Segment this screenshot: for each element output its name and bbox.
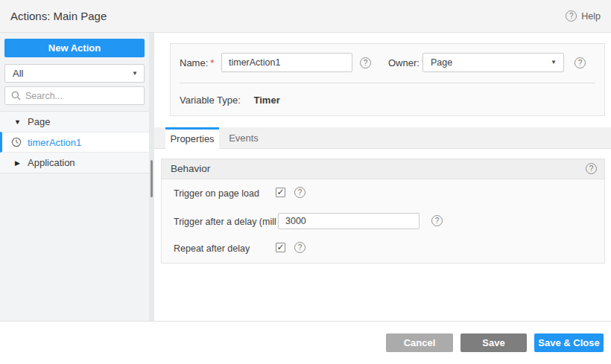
chevron-down-icon: ▼ xyxy=(551,54,557,71)
dialog-header: Actions: Main Page ? Help xyxy=(0,0,611,33)
sidebar-scrollbar[interactable] xyxy=(151,160,153,197)
save-and-close-button[interactable]: Save & Close xyxy=(534,333,604,352)
tree-item-application[interactable]: ▶ Application xyxy=(0,153,149,173)
dialog-footer: Cancel Save Save & Close xyxy=(0,322,611,364)
variable-type-value: Timer xyxy=(254,95,280,106)
search-box[interactable] xyxy=(4,86,145,105)
search-icon xyxy=(11,91,21,100)
trigger-on-load-row: Trigger on page load ✓ ? xyxy=(162,188,604,199)
tab-events[interactable]: Events xyxy=(219,127,268,149)
help-icon[interactable]: ? xyxy=(566,10,577,22)
owner-help-icon[interactable]: ? xyxy=(574,57,586,68)
tab-properties[interactable]: Properties xyxy=(165,127,219,149)
name-help-icon[interactable]: ? xyxy=(360,57,371,68)
trigger-delay-row: Trigger after a delay (millisec... ? xyxy=(162,213,604,230)
search-input[interactable] xyxy=(25,91,138,101)
chevron-down-icon: ▼ xyxy=(132,65,138,82)
owner-select[interactable]: Page ▼ xyxy=(422,53,564,72)
caret-right-icon[interactable]: ▶ xyxy=(13,159,22,167)
behavior-help-icon[interactable]: ? xyxy=(586,163,597,174)
tree-item-timer-action[interactable]: timerAction1 xyxy=(0,132,149,153)
caret-down-icon[interactable]: ▼ xyxy=(13,118,22,126)
actions-sidebar: New Action All ▼ ▼ Page t xyxy=(0,33,149,321)
variable-type-row: Variable Type: Timer xyxy=(180,95,280,106)
action-editor: Name:* ? Owner:* Page ▼ ? Variable Type:… xyxy=(154,33,611,321)
cancel-button[interactable]: Cancel xyxy=(386,333,453,352)
tree-item-label: Page xyxy=(28,116,50,127)
name-input[interactable] xyxy=(221,53,352,72)
repeat-after-delay-row: Repeat after delay ✓ ? xyxy=(162,243,604,255)
tree-item-label: Application xyxy=(28,157,75,168)
help-label[interactable]: Help xyxy=(581,11,601,22)
variable-type-label: Variable Type: xyxy=(180,95,241,106)
name-owner-row: Name:* ? Owner:* Page ▼ ? xyxy=(171,53,604,73)
actions-dialog: Actions: Main Page ? Help New Action All… xyxy=(0,0,611,364)
clock-icon xyxy=(11,137,22,147)
behavior-section: Behavior ? Trigger on page load ✓ ? Trig… xyxy=(161,159,605,264)
tree-item-page[interactable]: ▼ Page xyxy=(0,112,149,132)
repeat-after-delay-checkbox[interactable]: ✓ xyxy=(276,243,285,252)
behavior-section-header: Behavior ? xyxy=(162,159,604,179)
action-summary-panel: Name:* ? Owner:* Page ▼ ? Variable Type:… xyxy=(170,43,605,116)
repeat-after-delay-help-icon[interactable]: ? xyxy=(294,242,306,253)
actions-tree: ▼ Page timerAction1 ▶ Application xyxy=(0,111,149,173)
owner-select-value: Page xyxy=(431,57,452,68)
filter-dropdown[interactable]: All ▼ xyxy=(4,64,145,83)
filter-dropdown-value: All xyxy=(13,68,23,79)
required-marker: * xyxy=(210,57,214,68)
behavior-section-body: Trigger on page load ✓ ? Trigger after a… xyxy=(162,180,604,263)
trigger-delay-input[interactable] xyxy=(278,213,420,229)
trigger-on-load-label: Trigger on page load xyxy=(174,188,259,199)
name-label: Name:* xyxy=(180,53,214,73)
trigger-on-load-checkbox[interactable]: ✓ xyxy=(276,188,285,197)
panel-divider xyxy=(180,83,595,83)
help-button[interactable]: ? Help xyxy=(566,0,601,32)
owner-label: Owner:* xyxy=(388,53,425,73)
editor-tabbar: Properties Events xyxy=(154,127,611,149)
trigger-on-load-help-icon[interactable]: ? xyxy=(294,187,306,198)
tree-item-label: timerAction1 xyxy=(28,137,81,148)
trigger-delay-help-icon[interactable]: ? xyxy=(431,215,443,226)
behavior-section-title: Behavior xyxy=(171,159,210,179)
repeat-after-delay-label: Repeat after delay xyxy=(174,243,250,254)
trigger-delay-label: Trigger after a delay (millisec... xyxy=(174,217,276,227)
page-title: Actions: Main Page xyxy=(10,0,107,32)
save-button[interactable]: Save xyxy=(460,333,527,352)
new-action-button[interactable]: New Action xyxy=(4,39,145,57)
